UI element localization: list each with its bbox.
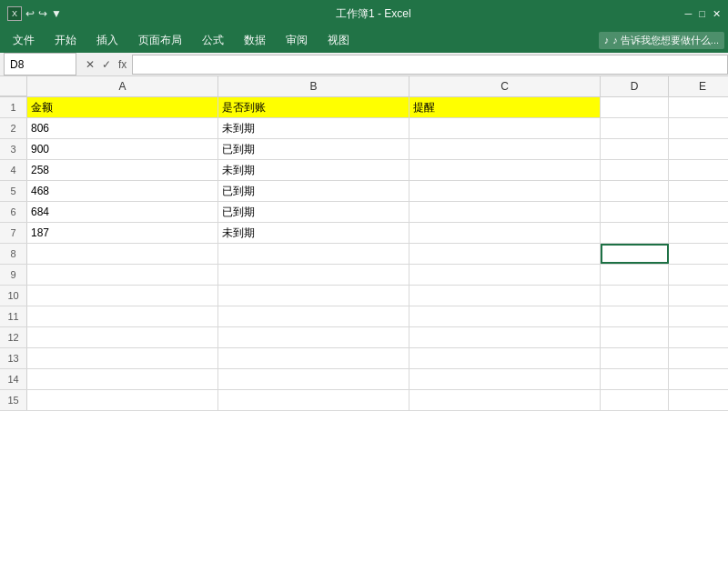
- cell-E7[interactable]: [669, 223, 728, 243]
- cell-A7[interactable]: 187: [27, 223, 218, 243]
- cell-A9[interactable]: [27, 265, 218, 285]
- cell-C12[interactable]: [410, 327, 601, 347]
- cell-B5[interactable]: 已到期: [218, 181, 410, 201]
- menu-view[interactable]: 视图: [318, 30, 359, 51]
- formula-input[interactable]: [132, 55, 728, 75]
- cell-D11[interactable]: [601, 306, 669, 326]
- insert-function-button[interactable]: fx: [116, 58, 128, 71]
- cell-A2[interactable]: 806: [27, 118, 218, 138]
- cell-E15[interactable]: [669, 390, 728, 410]
- cell-C7[interactable]: [410, 223, 601, 243]
- cell-C14[interactable]: [410, 369, 601, 389]
- cell-B15[interactable]: [218, 390, 410, 410]
- maximize-button[interactable]: □: [699, 8, 705, 20]
- cell-B10[interactable]: [218, 286, 410, 306]
- menu-data[interactable]: 数据: [235, 30, 275, 51]
- cell-D7[interactable]: [601, 223, 669, 243]
- cell-E14[interactable]: [669, 369, 728, 389]
- cell-C9[interactable]: [410, 265, 601, 285]
- menu-formula[interactable]: 公式: [193, 30, 233, 51]
- cell-D10[interactable]: [601, 286, 669, 306]
- menu-home[interactable]: 开始: [46, 30, 86, 51]
- cell-D14[interactable]: [601, 369, 669, 389]
- cell-B14[interactable]: [218, 369, 410, 389]
- cell-C1[interactable]: 提醒: [410, 97, 601, 117]
- cell-D4[interactable]: [601, 160, 669, 180]
- cell-D3[interactable]: [601, 139, 669, 159]
- cell-A5[interactable]: 468: [27, 181, 218, 201]
- col-header-b[interactable]: B: [218, 76, 410, 96]
- cell-B6[interactable]: 已到期: [218, 202, 410, 222]
- cell-E3[interactable]: [669, 139, 728, 159]
- cell-B3[interactable]: 已到期: [218, 139, 410, 159]
- redo-button[interactable]: ↪: [38, 7, 47, 20]
- cell-D2[interactable]: [601, 118, 669, 138]
- col-header-e[interactable]: E: [669, 76, 728, 96]
- cell-B12[interactable]: [218, 327, 410, 347]
- cell-A1[interactable]: 金额: [27, 97, 218, 117]
- menu-review[interactable]: 审阅: [277, 30, 317, 51]
- menu-insert[interactable]: 插入: [87, 30, 127, 51]
- undo-button[interactable]: ↩: [25, 7, 35, 20]
- cell-E13[interactable]: [669, 348, 728, 368]
- cell-reference-box[interactable]: D8: [4, 53, 76, 75]
- cell-C4[interactable]: [410, 160, 601, 180]
- cell-A11[interactable]: [27, 306, 218, 326]
- cell-D13[interactable]: [601, 348, 669, 368]
- cell-D15[interactable]: [601, 390, 669, 410]
- cell-C15[interactable]: [410, 390, 601, 410]
- col-header-d[interactable]: D: [601, 76, 669, 96]
- search-box[interactable]: ♪ ♪ 告诉我您想要做什么...: [599, 32, 724, 49]
- cell-B7[interactable]: 未到期: [218, 223, 410, 243]
- cell-A4[interactable]: 258: [27, 160, 218, 180]
- cell-A6[interactable]: 684: [27, 202, 218, 222]
- cancel-formula-button[interactable]: ✕: [84, 58, 96, 71]
- cell-D6[interactable]: [601, 202, 669, 222]
- cell-C2[interactable]: [410, 118, 601, 138]
- confirm-formula-button[interactable]: ✓: [100, 58, 113, 71]
- cell-B4[interactable]: 未到期: [218, 160, 410, 180]
- cell-B8[interactable]: [218, 244, 410, 264]
- cell-C3[interactable]: [410, 139, 601, 159]
- col-header-a[interactable]: A: [27, 76, 218, 96]
- cell-A3[interactable]: 900: [27, 139, 218, 159]
- search-text[interactable]: ♪ 告诉我您想要做什么...: [612, 34, 719, 47]
- quick-access-dropdown[interactable]: ▼: [51, 7, 62, 20]
- cell-D8[interactable]: [601, 244, 669, 264]
- cell-E12[interactable]: [669, 327, 728, 347]
- cell-E6[interactable]: [669, 202, 728, 222]
- cell-E9[interactable]: [669, 265, 728, 285]
- cell-B2[interactable]: 未到期: [218, 118, 410, 138]
- menu-page-layout[interactable]: 页面布局: [129, 30, 191, 51]
- cell-E5[interactable]: [669, 181, 728, 201]
- cell-C8[interactable]: [410, 244, 601, 264]
- cell-B11[interactable]: [218, 306, 410, 326]
- cell-D1[interactable]: [601, 97, 669, 117]
- cell-A12[interactable]: [27, 327, 218, 347]
- cell-C5[interactable]: [410, 181, 601, 201]
- cell-A13[interactable]: [27, 348, 218, 368]
- cell-A14[interactable]: [27, 369, 218, 389]
- menu-file[interactable]: 文件: [4, 30, 44, 51]
- cell-A10[interactable]: [27, 286, 218, 306]
- cell-B1[interactable]: 是否到账: [218, 97, 410, 117]
- cell-E1[interactable]: [669, 97, 728, 117]
- minimize-button[interactable]: ─: [685, 8, 693, 20]
- cell-C13[interactable]: [410, 348, 601, 368]
- cell-D12[interactable]: [601, 327, 669, 347]
- cell-A8[interactable]: [27, 244, 218, 264]
- cell-A15[interactable]: [27, 390, 218, 410]
- cell-E11[interactable]: [669, 306, 728, 326]
- cell-C6[interactable]: [410, 202, 601, 222]
- cell-C10[interactable]: [410, 286, 601, 306]
- cell-C11[interactable]: [410, 306, 601, 326]
- cell-E8[interactable]: [669, 244, 728, 264]
- close-button[interactable]: ✕: [713, 8, 721, 20]
- cell-B13[interactable]: [218, 348, 410, 368]
- cell-B9[interactable]: [218, 265, 410, 285]
- cell-E4[interactable]: [669, 160, 728, 180]
- cell-E2[interactable]: [669, 118, 728, 138]
- cell-D5[interactable]: [601, 181, 669, 201]
- cell-E10[interactable]: [669, 286, 728, 306]
- col-header-c[interactable]: C: [410, 76, 601, 96]
